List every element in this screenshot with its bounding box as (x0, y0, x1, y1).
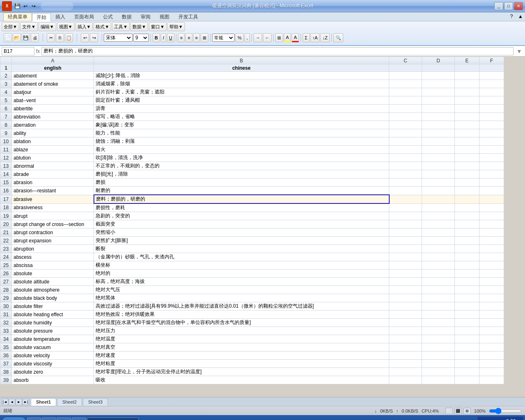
cell-col-c[interactable] (389, 88, 422, 96)
increase-indent-btn[interactable]: → (253, 33, 262, 42)
cell-col-a[interactable]: abrupt (12, 212, 94, 220)
cell-col-f[interactable] (479, 261, 504, 269)
cell-col-c[interactable] (389, 360, 422, 368)
cell-col-c[interactable] (389, 245, 422, 253)
cell-col-c[interactable] (389, 220, 422, 228)
print-btn[interactable]: 🖨 (31, 33, 39, 42)
cell-col-c[interactable] (389, 228, 422, 237)
col-header-a[interactable]: A (12, 57, 94, 64)
cell-col-a[interactable]: absolute zero (12, 368, 94, 376)
col-header-c[interactable]: C (389, 57, 422, 64)
autosum-btn[interactable]: Σ (303, 33, 310, 42)
row-number[interactable]: 24 (0, 253, 12, 261)
start-button[interactable]: ⊞ (2, 417, 26, 420)
cell-col-e[interactable] (455, 352, 479, 360)
cell-col-e[interactable] (455, 64, 479, 72)
restore-btn[interactable]: □ (504, 2, 513, 10)
cell-col-f[interactable] (479, 64, 504, 72)
row-number[interactable]: 16 (0, 187, 12, 195)
cell-col-f[interactable] (479, 352, 504, 360)
cell-col-a[interactable]: abbertite (12, 105, 94, 113)
cell-col-d[interactable] (422, 96, 455, 105)
cell-col-c[interactable] (389, 327, 422, 335)
cell-col-b[interactable]: 绝对零度[理论上，分子热运动完全停止时的温度] (94, 368, 389, 376)
cell-col-c[interactable] (389, 352, 422, 360)
cell-col-c[interactable] (389, 335, 422, 343)
cell-col-c[interactable] (389, 154, 422, 162)
cell-col-e[interactable] (455, 302, 479, 310)
font-color-btn[interactable]: A (292, 33, 299, 42)
row-number[interactable]: 6 (0, 105, 12, 113)
cell-col-b[interactable]: 缩写，略语，省略 (94, 113, 389, 121)
cell-col-d[interactable] (422, 327, 455, 335)
cell-col-b[interactable]: 磨损性，磨耗 (94, 203, 389, 212)
row-number[interactable]: 3 (0, 80, 12, 88)
cell-col-e[interactable] (455, 187, 479, 195)
cell-col-e[interactable] (455, 88, 479, 96)
cell-col-c[interactable] (389, 129, 422, 137)
spreadsheet-grid[interactable]: A B C D E F 1englishchinese2abatement减除[… (0, 57, 525, 397)
cell-col-d[interactable] (422, 352, 455, 360)
row-number[interactable]: 1 (0, 64, 12, 72)
cell-col-d[interactable] (422, 170, 455, 178)
new-btn[interactable]: 📄 (4, 33, 12, 42)
row-number[interactable]: 25 (0, 261, 12, 269)
cell-col-b[interactable]: 突然缩小 (94, 228, 389, 237)
cell-col-d[interactable] (422, 88, 455, 96)
cell-col-b[interactable]: 沥青 (94, 105, 389, 113)
cell-col-a[interactable]: absolute heating effect (12, 310, 94, 319)
menu-window[interactable]: 窗口▼ (149, 22, 167, 31)
cell-col-c[interactable] (389, 178, 422, 187)
cell-col-b[interactable]: 不正常的，不规则的，变态的 (94, 162, 389, 170)
row-number[interactable]: 34 (0, 335, 12, 343)
cell-col-c[interactable] (389, 376, 422, 384)
zoom-slider[interactable] (489, 409, 522, 413)
cell-col-e[interactable] (455, 137, 479, 146)
cell-col-f[interactable] (479, 88, 504, 96)
close-btn[interactable]: ✕ (514, 2, 523, 10)
help-btn[interactable]: ? (508, 13, 515, 20)
cell-col-f[interactable] (479, 368, 504, 376)
cell-col-e[interactable] (455, 319, 479, 327)
row-number[interactable]: 10 (0, 137, 12, 146)
col-header-b[interactable]: B (94, 57, 389, 64)
tab-review[interactable]: 审阅 (136, 13, 155, 21)
cell-col-c[interactable] (389, 113, 422, 121)
menu-format[interactable]: 格式▼ (94, 22, 111, 31)
cell-col-c[interactable] (389, 162, 422, 170)
save-quick-btn[interactable]: 💾 (14, 2, 21, 10)
row-number[interactable]: 27 (0, 278, 12, 286)
cell-col-c[interactable] (389, 237, 422, 245)
row-number[interactable]: 30 (0, 302, 12, 310)
cell-col-b[interactable]: 耐磨的 (94, 187, 389, 195)
cell-col-e[interactable] (455, 113, 479, 121)
tab-view[interactable]: 视图 (155, 13, 174, 21)
cell-col-e[interactable] (455, 154, 479, 162)
italic-btn[interactable]: I (161, 33, 166, 42)
row-number[interactable]: 12 (0, 154, 12, 162)
taskbar-folder[interactable]: 📁 (57, 418, 71, 420)
cell-col-a[interactable]: abrade (12, 170, 94, 178)
cell-col-d[interactable] (422, 278, 455, 286)
row-number[interactable]: 38 (0, 368, 12, 376)
cell-col-f[interactable] (479, 203, 504, 212)
decrease-indent-btn[interactable]: ← (263, 33, 272, 42)
save-btn[interactable]: 💾 (22, 33, 30, 42)
cell-col-a[interactable]: absolute temperature (12, 335, 94, 343)
cell-col-a[interactable]: absolute vacuum (12, 343, 94, 352)
row-number[interactable]: 20 (0, 220, 12, 228)
cell-col-b[interactable]: 消减烟雾，除烟 (94, 80, 389, 88)
taskbar-ie[interactable]: e (42, 418, 56, 420)
cell-col-d[interactable] (422, 360, 455, 368)
cell-col-b[interactable]: 减除[少]; 降低，消除 (94, 72, 389, 80)
cell-col-a[interactable]: ablation (12, 137, 94, 146)
col-header-d[interactable]: D (422, 57, 455, 64)
cell-col-a[interactable]: abatjour (12, 88, 94, 96)
cell-col-f[interactable] (479, 146, 504, 154)
col-header-f[interactable]: F (479, 57, 504, 64)
cell-col-d[interactable] (422, 220, 455, 228)
row-number[interactable]: 5 (0, 96, 12, 105)
cell-col-f[interactable] (479, 170, 504, 178)
cell-col-d[interactable] (422, 245, 455, 253)
cell-col-b[interactable]: 绝对湿度[在水蒸气和干燥空气的混合物中，单位容积内所含水气的质量] (94, 319, 389, 327)
